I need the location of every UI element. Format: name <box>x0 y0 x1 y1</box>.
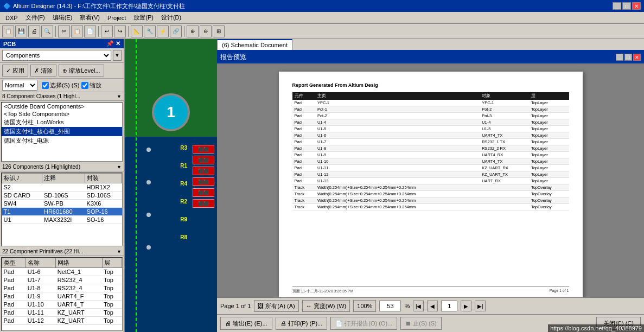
comp-table-row[interactable]: U1MAX3232ISO-16 <box>2 216 122 224</box>
toolbar-btn-12[interactable]: ⚡ <box>157 25 169 37</box>
menu-dxp[interactable]: DXP <box>2 14 21 22</box>
class-item-0[interactable]: <Outside Board Components> <box>2 103 122 110</box>
close-window-button[interactable]: ✕ <box>632 2 641 10</box>
apply-button[interactable]: ✓ 应用 <box>2 65 28 76</box>
report-title-bar: 报告预览 _ □ ✕ <box>217 51 644 63</box>
class-item-1[interactable]: <Top Side Components> <box>2 110 122 118</box>
col-note-header: 注释 <box>42 174 85 183</box>
prim-table-row[interactable]: PadU1-8RS232_4Top <box>2 284 122 292</box>
report-title: 报告预览 <box>220 53 246 62</box>
comp-table-row[interactable]: SW4SW-PBK3X6 <box>2 200 122 208</box>
zoom-percent-input[interactable] <box>379 301 401 311</box>
toolbar-btn-7[interactable]: 📄 <box>84 25 96 37</box>
nav-next-button[interactable]: ▶ <box>461 301 471 311</box>
open-report-button[interactable]: 📄 打开报告(O) (O)... <box>330 317 397 330</box>
shrink-checkbox[interactable] <box>81 82 88 89</box>
toolbar-btn-14[interactable]: ⊕ <box>187 25 199 37</box>
expand-icon[interactable]: ▼ <box>117 94 122 99</box>
nav-prev-button[interactable]: ◀ <box>427 301 438 311</box>
pcb-close-icon[interactable]: ✕ <box>116 40 120 47</box>
minimize-button[interactable]: _ <box>613 2 621 10</box>
prim-table-row[interactable]: PadU1-12KZ_UARTTop <box>2 317 122 325</box>
comp-table-row[interactable]: S2HDR1X2 <box>2 183 122 191</box>
components-dropdown[interactable]: Components <box>2 50 111 61</box>
toolbar-btn-15[interactable]: ⊖ <box>200 25 212 37</box>
report-minimize-btn[interactable]: _ <box>616 54 623 61</box>
toolbar-sep-1 <box>55 26 56 37</box>
toolbar-btn-6[interactable]: 📋 <box>71 25 83 37</box>
chip-r9: ⬛⬛ <box>193 188 214 197</box>
page-number-input[interactable] <box>441 301 457 311</box>
pcb-title: PCB <box>3 41 16 47</box>
components-expand-icon[interactable]: ▼ <box>117 164 122 170</box>
report-maximize-btn[interactable]: □ <box>624 54 632 61</box>
comp-table-row[interactable]: SD CARDSD-106SSD-106S <box>2 191 122 200</box>
maximize-button[interactable]: □ <box>622 2 631 10</box>
prim-table-row[interactable]: PadU1-7RS232_4Top <box>2 276 122 284</box>
menu-project[interactable]: Project <box>104 14 129 22</box>
toolbar-btn-3[interactable]: 🖨 <box>28 25 40 37</box>
report-table-row: PadU1-5U1-5TopLayer <box>292 126 569 132</box>
comp-table-row[interactable]: T1HR601680SOP-16 <box>2 208 122 216</box>
output-button[interactable]: 🖨 输出(E) (E)... <box>220 317 272 330</box>
class-item-4[interactable]: 德国支付柱_电源 <box>2 136 122 145</box>
zoom-100-button[interactable]: 100% <box>353 300 376 312</box>
pcb-pin-icon[interactable]: 📌 <box>106 40 114 47</box>
report-table-row: TrackWidth(0.254mm)+Size+0.254mm+0.254mm… <box>292 191 569 197</box>
nav-last-button[interactable]: ▶| <box>475 301 486 311</box>
menu-view[interactable]: 察看(V) <box>76 12 103 23</box>
component-classes-header: 8 Component Classes (1 Highl... ▼ <box>0 92 124 101</box>
prim-table-row[interactable]: PadU1-10UART4_TTop <box>2 301 122 309</box>
report-table-row: TrackWidth(0.254mm)+Size+0.254mm+0.254mm… <box>292 204 569 210</box>
toolbar-btn-8[interactable]: ↩ <box>101 25 113 37</box>
prim-layer-header: 层 <box>102 258 122 268</box>
menu-place[interactable]: 放置(P) <box>130 12 157 23</box>
nav-first-button[interactable]: |◀ <box>413 301 424 311</box>
toolbar-btn-13[interactable]: 🔗 <box>170 25 182 37</box>
toolbar-btn-10[interactable]: 📐 <box>131 25 143 37</box>
toolbar-btn-11[interactable]: 🔧 <box>144 25 156 37</box>
toolbar-btn-9[interactable]: ↪ <box>114 25 126 37</box>
prim-table-row[interactable]: PadU1-9UART4_FTop <box>2 292 122 301</box>
shrink-checkbox-label: 缩放 <box>81 81 101 90</box>
print-button[interactable]: 🖨 打印(P) (P)... <box>276 317 328 330</box>
class-item-2[interactable]: 德国支付柱_LonWorks <box>2 118 122 127</box>
zoom-level-button[interactable]: ⊕ 缩放Level... <box>59 65 104 76</box>
report-footer-left: 页面 11-十二月-11-2020 3:26:35 PM <box>292 289 354 294</box>
toolbar-btn-1[interactable]: 📋 <box>2 25 14 37</box>
report-window-buttons: _ □ ✕ <box>616 54 641 61</box>
class-item-3[interactable]: 德国支付柱_核心板_外围 <box>2 127 122 136</box>
width-view-button[interactable]: ↔ 宽度(W) (W) <box>302 300 350 312</box>
prim-net-header: 网络 <box>56 258 102 268</box>
prim-table-row[interactable]: PadU1-11KZ_UARTTop <box>2 309 122 317</box>
col-id-header: 标识 / <box>2 174 42 183</box>
menu-design[interactable]: 设计(D) <box>158 12 184 23</box>
pcb-panel-label: PCB 📌 ✕ <box>0 39 124 48</box>
primitives-header: 22 Component Primitives (22 Hi... ▼ <box>0 247 124 256</box>
report-table-row: PadU1-4U1-4TopLayer <box>292 119 569 126</box>
report-close-btn[interactable]: ✕ <box>633 54 641 61</box>
actions-row: ✓ 应用 ✗ 清除 ⊕ 缩放Level... <box>0 63 124 79</box>
pcb-green-board: 1 R3 R1 R4 R2 R9 R8 ⬛⬛ ⬛⬛ <box>125 39 217 332</box>
normal-dropdown[interactable]: Normal <box>2 80 37 91</box>
primitives-expand-icon[interactable]: ▼ <box>117 249 122 254</box>
select-checkbox[interactable] <box>42 82 49 89</box>
toolbar-btn-5[interactable]: ✂ <box>58 25 70 37</box>
menu-edit[interactable]: 编辑(E) <box>49 12 76 23</box>
report-table-row: PadU1-9UART4_RXTopLayer <box>292 152 569 158</box>
tab-schematic[interactable]: (6) Schematic Document <box>217 39 292 50</box>
stop-button[interactable]: ⏹ 止(S) (S) <box>400 317 441 330</box>
report-content-area: Report Generated From Altium Desig 元件 主页… <box>217 63 644 297</box>
all-view-button[interactable]: 🖼 所有(A) (A) <box>254 300 298 312</box>
report-data-table: 元件 主页 对象 层 PadYPC-1YPC-1TopLayerPadPot-1… <box>292 92 569 210</box>
clear-button[interactable]: ✗ 清除 <box>30 65 56 76</box>
toolbar-btn-4[interactable]: 🔍 <box>41 25 53 37</box>
prim-table-row[interactable]: PadU1-6NetC4_1Top <box>2 268 122 276</box>
toolbar-btn-16[interactable]: ⊞ <box>213 25 225 37</box>
dropdown-arrow-icon[interactable]: ▼ <box>113 50 122 61</box>
components-count-header: 126 Components (1 Highlighted) ▼ <box>0 163 124 171</box>
menu-file[interactable]: 文件(F) <box>22 12 48 23</box>
toolbar-btn-2[interactable]: 💾 <box>15 25 27 37</box>
report-col-obj: 对象 <box>480 92 529 100</box>
component-classes-list: <Outside Board Components> <Top Side Com… <box>1 102 123 162</box>
